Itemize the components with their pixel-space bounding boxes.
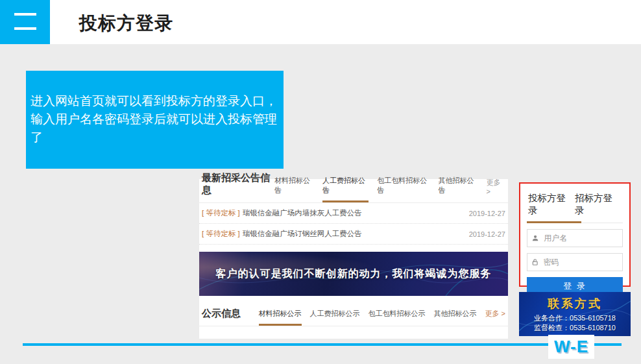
password-input[interactable] [542, 257, 618, 267]
login-tabs: 投标方登录 招标方登录 [527, 188, 623, 223]
header-band: 投标方登录 [0, 0, 641, 44]
password-field-box [527, 253, 623, 271]
slide-number-logo [0, 0, 50, 44]
callout-text-box: 进入网站首页就可以看到投标方的登录入口，输入用户名各密码登录后就可以进入投标管理… [26, 71, 284, 169]
tab-material-public[interactable]: 材料招标公示 [259, 309, 302, 326]
footer-divider-line [23, 343, 622, 346]
promo-banner: 客户的认可是我们不断创新的动力，我们将竭诚为您服务 [199, 252, 508, 296]
banner-slogan: 客户的认可是我们不断创新的动力，我们将竭诚为您服务 [199, 267, 508, 281]
lock-icon [532, 258, 538, 266]
tab-contract-notice[interactable]: 包工包料招标公告 [377, 176, 429, 202]
news-list-item[interactable]: [ 等待定标 ] 瑞银信金融广场内墙抹灰人工费公告 2019-12-27 [199, 203, 508, 224]
contact-phone-business: 业务合作：0535-6105718 [519, 313, 631, 323]
website-screenshot: 最新招采公告信息 材料招标公告 人工费招标公告 包工包料招标公告 其他招标公告 … [199, 179, 508, 339]
news-item-title: 瑞银信金融广场订钢丝网人工费公告 [243, 229, 362, 239]
tab-tenderer-login[interactable]: 招标方登录 [575, 192, 622, 217]
news-list-item[interactable]: [ 等待定标 ] 瑞银信金融广场订钢丝网人工费公告 2019-12-27 [199, 224, 508, 245]
news-item-date: 2019-12-27 [469, 210, 505, 217]
slide: 投标方登录 进入网站首页就可以看到投标方的登录入口，输入用户名各密码登录后就可以… [0, 0, 641, 364]
username-field-box [527, 229, 623, 247]
contact-box: 联系方式 业务合作：0535-6105718 监督检查：0535-6108710 [519, 292, 631, 336]
notice-more-link[interactable]: 更多 > [485, 309, 505, 326]
status-tag: [ 等待定标 ] [202, 229, 240, 239]
notice-section-header: 公示信息 材料招标公示 人工费招标公示 包工包料招标公示 其他招标公示 更多 > [199, 302, 508, 326]
contact-phone-supervision: 监督检查：0535-6108710 [519, 323, 631, 333]
tab-other-notice[interactable]: 其他招标公告 [439, 176, 478, 202]
username-input[interactable] [542, 233, 618, 243]
news-item-title: 瑞银信金融广场内墙抹灰人工费公告 [243, 208, 362, 218]
footer-we-logo: W-E [548, 335, 594, 359]
tab-other-public[interactable]: 其他招标公示 [434, 309, 477, 326]
tab-labor-public[interactable]: 人工费招标公示 [310, 309, 360, 326]
active-tab-underline [527, 221, 581, 223]
logo-bar-icon [14, 13, 36, 16]
tab-contract-public[interactable]: 包工包料招标公示 [369, 309, 426, 326]
logo-bar-icon [14, 27, 36, 30]
notice-section-title: 公示信息 [202, 308, 241, 326]
news-more-link[interactable]: 更多 > [487, 178, 505, 202]
status-tag: [ 等待定标 ] [202, 208, 240, 218]
contact-title: 联系方式 [519, 296, 631, 311]
news-section-header: 最新招采公告信息 材料招标公告 人工费招标公告 包工包料招标公告 其他招标公告 … [199, 179, 508, 203]
page-title: 投标方登录 [79, 11, 173, 36]
tab-labor-notice[interactable]: 人工费招标公告 [322, 176, 369, 202]
user-icon [532, 234, 538, 242]
login-panel: 投标方登录 招标方登录 登 录 忘记密码? 没有账号?立即注册 [519, 182, 631, 287]
news-tabs: 材料招标公告 人工费招标公告 包工包料招标公告 其他招标公告 [274, 176, 478, 202]
notice-tabs: 材料招标公示 人工费招标公示 包工包料招标公示 其他招标公示 [259, 309, 477, 326]
tab-bidder-login[interactable]: 投标方登录 [528, 192, 575, 217]
tab-material-notice[interactable]: 材料招标公告 [274, 176, 314, 202]
news-item-date: 2019-12-27 [469, 230, 505, 238]
news-section-title: 最新招采公告信息 [202, 172, 274, 202]
